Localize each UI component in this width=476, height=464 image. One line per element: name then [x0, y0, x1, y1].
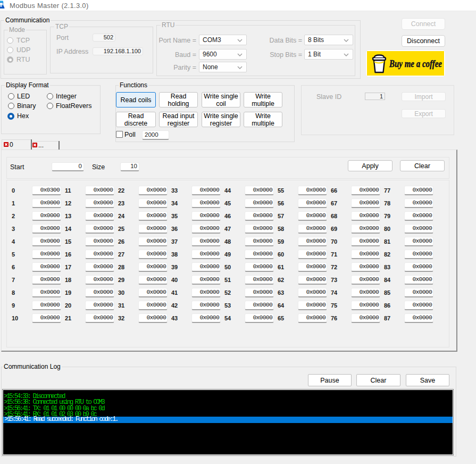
svg-text:Buy me a coffee: Buy me a coffee [389, 58, 442, 69]
